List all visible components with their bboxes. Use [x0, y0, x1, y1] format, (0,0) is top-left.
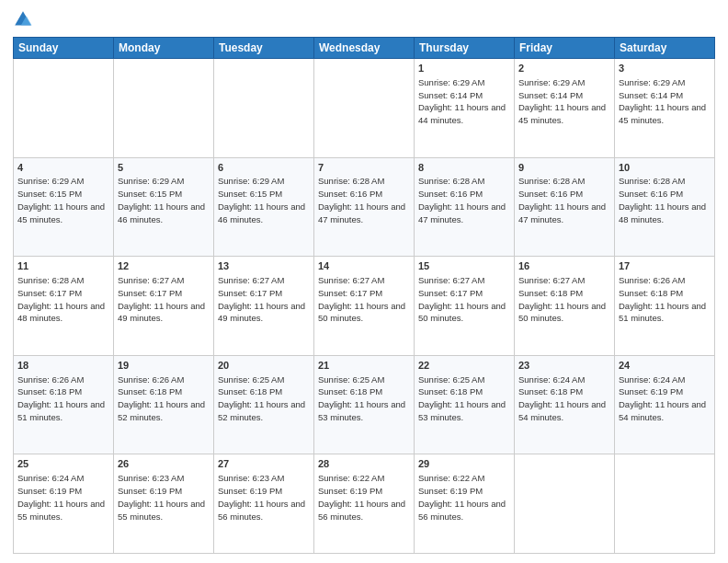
day-number: 12 — [118, 259, 210, 273]
day-info: Sunrise: 6:26 AM Sunset: 6:18 PM Dayligh… — [118, 374, 205, 422]
calendar-cell: 14Sunrise: 6:27 AM Sunset: 6:17 PM Dayli… — [314, 257, 415, 356]
calendar-cell: 2Sunrise: 6:29 AM Sunset: 6:14 PM Daylig… — [515, 59, 615, 158]
day-info: Sunrise: 6:23 AM Sunset: 6:19 PM Dayligh… — [218, 473, 305, 521]
day-number: 21 — [318, 359, 410, 373]
day-number: 28 — [318, 457, 410, 471]
day-info: Sunrise: 6:26 AM Sunset: 6:18 PM Dayligh… — [619, 275, 706, 323]
day-info: Sunrise: 6:25 AM Sunset: 6:18 PM Dayligh… — [218, 374, 305, 422]
day-info: Sunrise: 6:28 AM Sunset: 6:16 PM Dayligh… — [518, 176, 606, 224]
page: SundayMondayTuesdayWednesdayThursdayFrid… — [0, 0, 728, 563]
day-number: 14 — [318, 259, 410, 273]
calendar-cell: 16Sunrise: 6:27 AM Sunset: 6:18 PM Dayli… — [515, 257, 615, 356]
calendar-cell: 15Sunrise: 6:27 AM Sunset: 6:17 PM Dayli… — [415, 257, 515, 356]
day-info: Sunrise: 6:28 AM Sunset: 6:17 PM Dayligh… — [17, 275, 105, 323]
calendar-cell: 3Sunrise: 6:29 AM Sunset: 6:14 PM Daylig… — [615, 59, 715, 158]
day-info: Sunrise: 6:28 AM Sunset: 6:16 PM Dayligh… — [619, 176, 706, 224]
weekday-header: Wednesday — [314, 38, 415, 59]
day-info: Sunrise: 6:24 AM Sunset: 6:19 PM Dayligh… — [619, 374, 706, 422]
day-number: 16 — [518, 259, 610, 273]
weekday-header: Friday — [515, 38, 615, 59]
calendar-cell: 27Sunrise: 6:23 AM Sunset: 6:19 PM Dayli… — [214, 454, 314, 554]
calendar-cell: 22Sunrise: 6:25 AM Sunset: 6:18 PM Dayli… — [415, 355, 515, 454]
day-number: 11 — [17, 259, 109, 273]
calendar-cell: 7Sunrise: 6:28 AM Sunset: 6:16 PM Daylig… — [314, 157, 415, 257]
day-number: 17 — [619, 259, 711, 273]
weekday-header: Sunday — [14, 38, 114, 59]
day-info: Sunrise: 6:24 AM Sunset: 6:19 PM Dayligh… — [17, 473, 105, 521]
day-number: 22 — [418, 359, 510, 373]
calendar-cell: 28Sunrise: 6:22 AM Sunset: 6:19 PM Dayli… — [314, 454, 415, 554]
day-info: Sunrise: 6:27 AM Sunset: 6:17 PM Dayligh… — [318, 275, 405, 323]
logo — [13, 9, 37, 29]
calendar-cell — [14, 59, 114, 158]
calendar-cell: 10Sunrise: 6:28 AM Sunset: 6:16 PM Dayli… — [615, 157, 715, 257]
day-number: 2 — [518, 62, 610, 75]
day-number: 4 — [17, 161, 109, 175]
day-info: Sunrise: 6:27 AM Sunset: 6:17 PM Dayligh… — [418, 275, 506, 323]
calendar-cell — [114, 59, 214, 158]
day-number: 18 — [17, 359, 109, 373]
day-number: 3 — [619, 62, 711, 75]
day-number: 26 — [118, 457, 210, 471]
calendar-cell: 20Sunrise: 6:25 AM Sunset: 6:18 PM Dayli… — [214, 355, 314, 454]
day-info: Sunrise: 6:27 AM Sunset: 6:17 PM Dayligh… — [118, 275, 205, 323]
calendar-cell: 24Sunrise: 6:24 AM Sunset: 6:19 PM Dayli… — [615, 355, 715, 454]
day-number: 10 — [619, 161, 711, 175]
calendar-cell: 19Sunrise: 6:26 AM Sunset: 6:18 PM Dayli… — [114, 355, 214, 454]
day-number: 20 — [218, 359, 310, 373]
day-info: Sunrise: 6:29 AM Sunset: 6:15 PM Dayligh… — [17, 176, 105, 224]
day-info: Sunrise: 6:25 AM Sunset: 6:18 PM Dayligh… — [418, 374, 506, 422]
day-number: 27 — [218, 457, 310, 471]
calendar-cell: 29Sunrise: 6:22 AM Sunset: 6:19 PM Dayli… — [415, 454, 515, 554]
calendar-cell: 1Sunrise: 6:29 AM Sunset: 6:14 PM Daylig… — [415, 59, 515, 158]
calendar-cell: 18Sunrise: 6:26 AM Sunset: 6:18 PM Dayli… — [14, 355, 114, 454]
calendar-cell: 12Sunrise: 6:27 AM Sunset: 6:17 PM Dayli… — [114, 257, 214, 356]
calendar-cell: 13Sunrise: 6:27 AM Sunset: 6:17 PM Dayli… — [214, 257, 314, 356]
calendar-cell — [615, 454, 715, 554]
calendar-cell: 23Sunrise: 6:24 AM Sunset: 6:18 PM Dayli… — [515, 355, 615, 454]
day-info: Sunrise: 6:29 AM Sunset: 6:14 PM Dayligh… — [619, 77, 706, 125]
day-number: 23 — [518, 359, 610, 373]
day-number: 7 — [318, 161, 410, 175]
day-number: 25 — [17, 457, 109, 471]
calendar-cell: 8Sunrise: 6:28 AM Sunset: 6:16 PM Daylig… — [415, 157, 515, 257]
calendar-cell: 11Sunrise: 6:28 AM Sunset: 6:17 PM Dayli… — [14, 257, 114, 356]
calendar-cell — [314, 59, 415, 158]
day-info: Sunrise: 6:27 AM Sunset: 6:17 PM Dayligh… — [218, 275, 305, 323]
day-info: Sunrise: 6:26 AM Sunset: 6:18 PM Dayligh… — [17, 374, 105, 422]
day-number: 8 — [418, 161, 510, 175]
day-number: 1 — [418, 62, 510, 75]
day-info: Sunrise: 6:29 AM Sunset: 6:14 PM Dayligh… — [518, 77, 606, 125]
logo-icon — [13, 9, 33, 29]
day-info: Sunrise: 6:29 AM Sunset: 6:15 PM Dayligh… — [218, 176, 305, 224]
day-info: Sunrise: 6:27 AM Sunset: 6:18 PM Dayligh… — [518, 275, 606, 323]
weekday-header: Tuesday — [214, 38, 314, 59]
calendar-cell: 21Sunrise: 6:25 AM Sunset: 6:18 PM Dayli… — [314, 355, 415, 454]
day-info: Sunrise: 6:23 AM Sunset: 6:19 PM Dayligh… — [118, 473, 205, 521]
day-number: 6 — [218, 161, 310, 175]
weekday-header: Saturday — [615, 38, 715, 59]
day-info: Sunrise: 6:29 AM Sunset: 6:15 PM Dayligh… — [118, 176, 205, 224]
calendar-cell: 4Sunrise: 6:29 AM Sunset: 6:15 PM Daylig… — [14, 157, 114, 257]
weekday-header: Thursday — [415, 38, 515, 59]
calendar-cell: 9Sunrise: 6:28 AM Sunset: 6:16 PM Daylig… — [515, 157, 615, 257]
day-number: 9 — [518, 161, 610, 175]
day-info: Sunrise: 6:28 AM Sunset: 6:16 PM Dayligh… — [418, 176, 506, 224]
day-info: Sunrise: 6:22 AM Sunset: 6:19 PM Dayligh… — [318, 473, 405, 521]
day-number: 5 — [118, 161, 210, 175]
day-info: Sunrise: 6:24 AM Sunset: 6:18 PM Dayligh… — [518, 374, 606, 422]
weekday-header: Monday — [114, 38, 214, 59]
calendar-cell: 26Sunrise: 6:23 AM Sunset: 6:19 PM Dayli… — [114, 454, 214, 554]
day-number: 19 — [118, 359, 210, 373]
calendar-cell — [214, 59, 314, 158]
day-info: Sunrise: 6:22 AM Sunset: 6:19 PM Dayligh… — [418, 473, 506, 521]
day-number: 15 — [418, 259, 510, 273]
day-number: 13 — [218, 259, 310, 273]
calendar-cell: 6Sunrise: 6:29 AM Sunset: 6:15 PM Daylig… — [214, 157, 314, 257]
calendar-cell: 5Sunrise: 6:29 AM Sunset: 6:15 PM Daylig… — [114, 157, 214, 257]
day-info: Sunrise: 6:25 AM Sunset: 6:18 PM Dayligh… — [318, 374, 405, 422]
header — [13, 9, 715, 29]
calendar-cell — [515, 454, 615, 554]
day-info: Sunrise: 6:28 AM Sunset: 6:16 PM Dayligh… — [318, 176, 405, 224]
calendar-cell: 25Sunrise: 6:24 AM Sunset: 6:19 PM Dayli… — [14, 454, 114, 554]
